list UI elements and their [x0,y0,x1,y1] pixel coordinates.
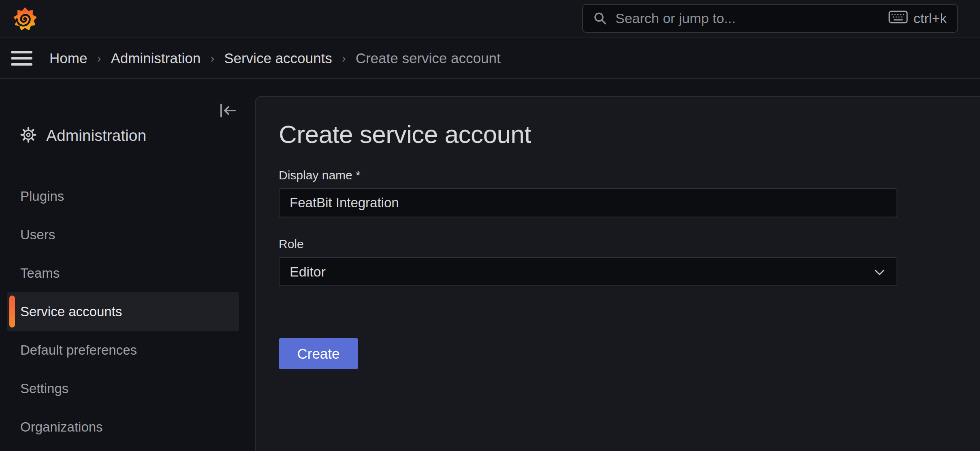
grafana-app: Search or jump to... ctrl+k [0,0,980,451]
content-panel: Create service account Display name * Ro… [255,96,980,451]
sidebar-item-teams[interactable]: Teams [0,254,255,292]
section-nav: Administration Plugins Users Teams Servi… [0,80,255,451]
grafana-logo-icon[interactable] [12,5,38,32]
collapse-sidebar-button[interactable] [219,102,237,120]
breadcrumb-current-page: Create service account [356,50,501,66]
sidebar-item-settings[interactable]: Settings [0,369,255,408]
breadcrumb-separator: › [210,51,214,65]
sidebar-section-administration[interactable]: Administration [20,127,146,145]
gear-icon [20,127,36,145]
breadcrumb-separator: › [97,51,101,65]
display-name-label: Display name * [279,168,897,182]
sidebar-item-service-accounts[interactable]: Service accounts [7,292,239,331]
create-button[interactable]: Create [279,338,358,369]
chevron-down-icon [874,264,885,280]
sidebar-item-default-preferences[interactable]: Default preferences [0,331,255,369]
top-bar: Search or jump to... ctrl+k [0,0,980,38]
role-select-value: Editor [290,264,326,280]
sidebar-item-organizations[interactable]: Organizations [0,408,255,446]
role-label: Role [279,237,897,251]
sidebar-section-label: Administration [46,127,146,145]
sidebar-item-users[interactable]: Users [0,215,255,254]
search-icon [594,12,607,26]
menu-toggle-button[interactable] [11,49,32,68]
breadcrumb-separator: › [342,51,346,65]
role-select[interactable]: Editor [279,257,897,286]
search-shortcut-label: ctrl+k [914,11,947,26]
search-input[interactable]: Search or jump to... ctrl+k [582,4,958,33]
keyboard-icon [888,9,908,28]
page-title: Create service account [279,120,980,149]
breadcrumb-bar: Home › Administration › Service accounts… [0,38,980,79]
breadcrumb-administration[interactable]: Administration [111,50,201,66]
breadcrumb-service-accounts[interactable]: Service accounts [224,50,332,66]
page-body: Administration Plugins Users Teams Servi… [0,80,980,451]
create-service-account-form: Display name * Role Editor Create [279,168,897,369]
breadcrumb: Home › Administration › Service accounts… [49,50,501,66]
sidebar-nav-list: Plugins Users Teams Service accounts Def… [0,177,255,446]
sidebar-item-plugins[interactable]: Plugins [0,177,255,215]
breadcrumb-home[interactable]: Home [49,50,87,66]
search-placeholder: Search or jump to... [615,11,736,26]
display-name-input[interactable] [279,188,897,217]
